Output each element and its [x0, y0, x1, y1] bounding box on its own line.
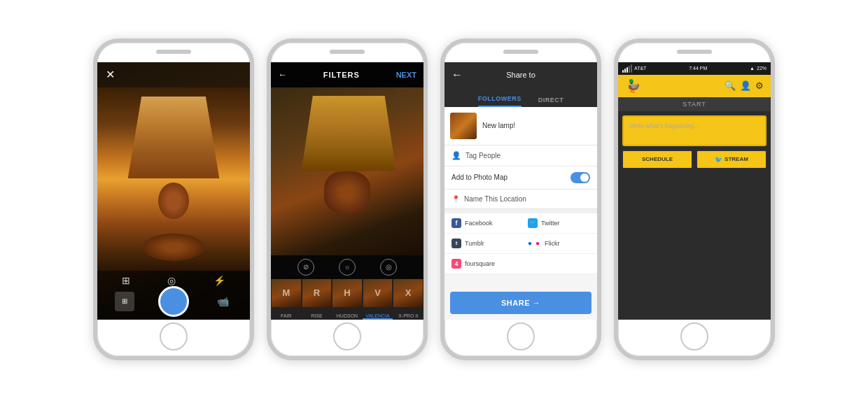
filter-fair-label: FAIR [281, 313, 292, 318]
camera-bg: ✕ ⊞ ◎ ⚡ ⊞ [97, 62, 250, 320]
tab-direct[interactable]: DIRECT [538, 97, 564, 107]
share-bg: ← Share to FOLLOWERS DIRECT New lamp! 👤 … [444, 62, 597, 320]
brightness-icon[interactable]: ☼ [339, 259, 356, 276]
share-photo-row: New lamp! [444, 107, 597, 145]
camera-mode-row: ⊞ ◎ ⚡ [103, 275, 244, 286]
tag-people-label: Tag People [465, 152, 500, 159]
share-button[interactable]: SHARE → [450, 292, 592, 314]
time-display: 7:44 PM [689, 66, 707, 71]
schedule-button[interactable]: SCHEDULE [622, 150, 692, 169]
grid-icon[interactable]: ⊞ [122, 275, 130, 286]
filter-fair-preview: M [272, 279, 301, 307]
start-label: START [682, 101, 706, 108]
profile-icon[interactable]: 👤 [740, 80, 751, 91]
compose-area[interactable]: Write what's happening... [622, 115, 766, 146]
filter-fair[interactable]: M FAIR [271, 279, 302, 320]
video-button[interactable]: 📹 [213, 292, 232, 311]
tag-people-row[interactable]: 👤 Tag People [444, 145, 597, 166]
filter-lamp-shade [302, 96, 396, 171]
camera-actions-row: ⊞ 📹 [103, 286, 244, 317]
focus-icon[interactable]: ◎ [167, 275, 176, 286]
filter-lamp-body [324, 171, 370, 213]
filter-xpro2[interactable]: X X-PRO II [393, 279, 424, 320]
flickr-icon: ● [528, 239, 532, 247]
share-caption-text[interactable]: New lamp! [482, 122, 515, 129]
filter-rise[interactable]: R RISE [302, 279, 332, 320]
filter-hudson[interactable]: H HUDSON [332, 279, 363, 320]
flickr-icon-2: ● [536, 239, 540, 247]
wifi-icon: ▲ [750, 66, 755, 71]
filters-bg: ← FILTERS NEXT ⊘ ☼ ◎ M FAIR [271, 62, 424, 320]
lamp-body [158, 183, 189, 219]
social-row-1: f Facebook 🐦 Twitter [444, 213, 597, 234]
gallery-button[interactable]: ⊞ [115, 292, 134, 311]
add-to-photo-map-row: Add to Photo Map [444, 166, 597, 190]
flickr-item[interactable]: ●● Flickr [521, 234, 597, 253]
share-tabs: FOLLOWERS DIRECT [444, 87, 597, 107]
scene: ✕ ⊞ ◎ ⚡ ⊞ [0, 0, 868, 398]
shutter-button[interactable] [158, 286, 189, 317]
tweetdeck-logo: 🦆 [625, 78, 640, 94]
camera-screen: ✕ ⊞ ◎ ⚡ ⊞ [97, 62, 250, 320]
photo-map-toggle[interactable] [570, 172, 590, 183]
foursquare-item[interactable]: 4 foursquare [444, 254, 597, 273]
name-location-row[interactable]: 📍 Name This Location [444, 190, 597, 209]
filters-title: FILTERS [323, 71, 360, 79]
filter-rise-preview: R [302, 279, 332, 307]
lamp-shade [128, 97, 220, 179]
tumblr-icon: t [451, 239, 461, 248]
filter-valencia-preview: V [363, 279, 393, 307]
foursquare-icon: 4 [451, 259, 461, 269]
filter-hudson-label: HUDSON [337, 313, 358, 318]
share-top-bar: ← Share to [444, 62, 597, 87]
share-button-row: SHARE → [444, 286, 597, 320]
person-icon: 👤 [451, 151, 461, 160]
camera-top-bar: ✕ [97, 62, 250, 87]
facebook-item[interactable]: f Facebook [444, 213, 521, 233]
filter-valencia-label: VALENCIA [366, 313, 390, 318]
filters-screen: ← FILTERS NEXT ⊘ ☼ ◎ M FAIR [271, 62, 424, 320]
close-icon[interactable]: ✕ [106, 68, 115, 81]
filters-preview [271, 87, 424, 255]
lamp-base [143, 234, 204, 261]
add-photo-map-label: Add to Photo Map [451, 173, 507, 181]
filter-rise-label: RISE [311, 313, 322, 318]
phone-filters: ← FILTERS NEXT ⊘ ☼ ◎ M FAIR [267, 38, 428, 360]
filter-off-icon[interactable]: ⊘ [298, 259, 314, 276]
share-back-icon[interactable]: ← [451, 69, 463, 81]
facebook-label: Facebook [465, 220, 493, 227]
facebook-icon: f [451, 218, 461, 228]
tweetdeck-screen: AT&T 7:44 PM ▲ 22% 🦆 🔍 👤 ⚙ [618, 62, 771, 320]
filter-valencia[interactable]: V VALENCIA [363, 279, 393, 320]
settings-icon[interactable]: ⚙ [755, 80, 764, 91]
back-icon[interactable]: ← [278, 69, 287, 80]
filters-top-bar: ← FILTERS NEXT [271, 62, 424, 87]
gallery-icon: ⊞ [122, 297, 127, 305]
signal-icon [622, 64, 632, 73]
filter-xpro2-preview: X [393, 279, 423, 307]
camera-bottom-bar: ⊞ ◎ ⚡ ⊞ 📹 [97, 271, 250, 320]
lux-icon[interactable]: ◎ [380, 259, 397, 276]
header-icons: 🔍 👤 ⚙ [724, 80, 764, 91]
stream-button[interactable]: 🐦 STREAM [696, 150, 766, 169]
twitter-label: Twitter [541, 220, 560, 227]
next-button[interactable]: NEXT [396, 71, 416, 79]
camera-preview [97, 87, 250, 271]
name-location-label: Name This Location [464, 195, 526, 203]
twitter-icon: 🐦 [528, 218, 538, 228]
flickr-label: Flickr [545, 240, 560, 247]
twitter-item[interactable]: 🐦 Twitter [521, 213, 597, 233]
twitter-bird-icon: 🐦 [715, 156, 722, 163]
video-icon: 📹 [217, 296, 229, 307]
flash-icon[interactable]: ⚡ [214, 275, 225, 286]
compose-placeholder: Write what's happening... [629, 122, 700, 129]
share-header-title: Share to [506, 71, 536, 79]
search-icon[interactable]: 🔍 [724, 80, 736, 91]
social-sharing-grid: f Facebook 🐦 Twitter t Tumblr [444, 213, 597, 274]
compose-input[interactable]: Write what's happening... [624, 117, 765, 145]
filter-hudson-preview: H [332, 279, 362, 307]
start-section: START [618, 97, 771, 111]
tab-followers[interactable]: FOLLOWERS [478, 95, 522, 107]
tumblr-item[interactable]: t Tumblr [444, 234, 521, 253]
tumblr-label: Tumblr [465, 240, 484, 247]
